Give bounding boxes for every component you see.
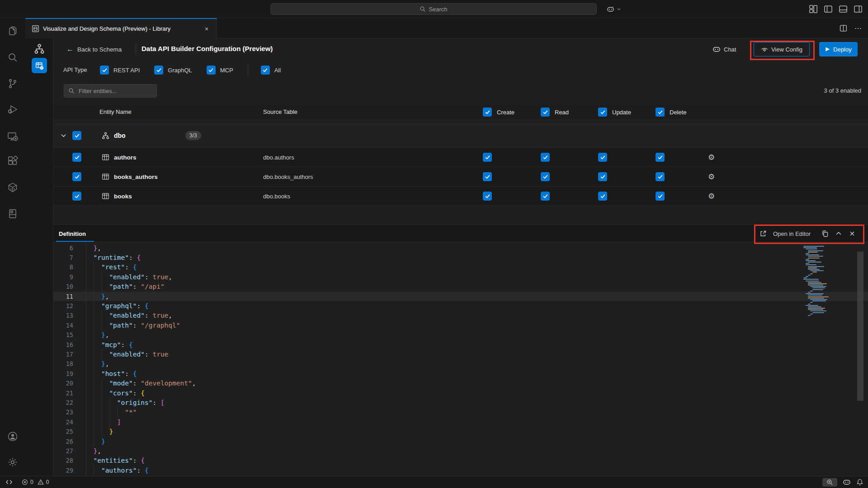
minimap-line [808,250,823,251]
split-editor-icon[interactable] [840,24,847,32]
indent-guide [94,427,94,436]
tab-close-icon[interactable]: × [202,24,211,33]
more-actions-icon[interactable]: ⋯ [854,24,862,33]
header-divider [136,44,136,55]
all-checkbox[interactable] [261,66,270,75]
minimap-line [806,260,816,261]
authors-update-checkbox[interactable] [598,153,607,162]
chat-button[interactable]: Chat [712,43,736,56]
tab-visualize-design-schema[interactable]: Visualize and Design Schema (Preview) - … [25,18,217,38]
indent-guide [102,388,102,398]
code-line: 18}, [53,359,868,369]
read-column-checkbox[interactable] [541,108,550,117]
zoom-in-icon [826,479,833,486]
data-api-builder-webview: ← Back to Schema Data API Builder Config… [25,38,868,476]
toggle-primary-sidebar-icon[interactable] [824,5,833,14]
delete-column-checkbox[interactable] [656,108,665,117]
containers-icon[interactable] [7,182,18,193]
entity-settings-gear-icon[interactable]: ⚙ [708,192,715,200]
api-type-options: REST APIGraphQLMCPAll [100,64,295,76]
code-text: "cors": { [85,388,145,398]
page-title: Data API Builder Configuration (Preview) [142,45,273,52]
schema-view-icon[interactable] [34,43,45,54]
line-number: 29 [53,467,73,474]
api-config-view-button[interactable] [32,58,47,73]
code-line: 8"rest": { [53,263,868,272]
api-option-graphql: GraphQL [154,66,192,75]
settings-gear-icon[interactable] [7,457,18,468]
open-in-editor-button[interactable]: Open in Editor [773,230,811,237]
notifications-bell-icon[interactable] [856,479,863,486]
chevron-down-icon[interactable] [60,132,67,139]
copilot-menu-button[interactable] [603,3,625,15]
source-control-icon[interactable] [7,78,18,89]
books-authors-read-checkbox[interactable] [541,172,550,181]
minimap[interactable] [801,246,855,323]
books-authors-update-checkbox[interactable] [598,172,607,181]
definition-code-editor[interactable]: 6},7"runtime": {8"rest": {9"enabled": tr… [53,242,868,476]
zoom-indicator[interactable] [822,478,837,487]
definition-tab[interactable]: Definition [57,225,88,243]
books-authors-create-checkbox[interactable] [483,172,492,181]
indent-guide [94,330,94,340]
filter-entities-input[interactable] [64,84,157,98]
books-update-checkbox[interactable] [598,192,607,201]
mcp-checkbox[interactable] [207,66,216,75]
authors-checkbox[interactable] [72,153,81,162]
books-checkbox[interactable] [72,192,81,201]
api-config-icon [35,61,44,70]
authors-read-checkbox[interactable] [541,153,550,162]
graphql-checkbox[interactable] [154,66,163,75]
database-icon[interactable] [7,208,18,219]
column-source-table: Source Table [263,108,297,115]
update-column-checkbox[interactable] [598,108,607,117]
collapse-panel-icon[interactable] [835,230,842,237]
group-checkbox[interactable] [72,131,81,140]
books-create-checkbox[interactable] [483,192,492,201]
extensions-icon[interactable] [7,155,18,166]
entity-settings-gear-icon[interactable]: ⚙ [708,173,715,181]
deploy-button[interactable]: Deploy [819,42,858,56]
indent-guide [86,436,86,446]
books-read-checkbox[interactable] [541,192,550,201]
explorer-icon[interactable] [7,26,18,37]
books-delete-checkbox[interactable] [656,192,665,201]
schema-group-row[interactable]: dbo3/3 [53,124,868,147]
copilot-status-icon[interactable] [843,478,851,486]
customize-layout-icon[interactable] [809,5,818,14]
code-line: 6}, [53,243,868,253]
command-center-search[interactable]: Search [270,3,597,15]
filter-entities-field[interactable] [78,87,146,95]
authors-create-checkbox[interactable] [483,153,492,162]
api-type-label: API Type [63,66,87,73]
create-column-checkbox[interactable] [483,108,492,117]
remote-indicator-icon[interactable] [5,479,13,486]
search-view-icon[interactable] [7,52,18,63]
code-line: 19"host": { [53,369,868,378]
back-to-schema-button[interactable]: ← Back to Schema [66,43,122,56]
minimap-line [808,262,821,263]
view-config-button[interactable]: View Config [754,42,810,56]
books-authors-checkbox[interactable] [72,172,81,181]
minimap-line [808,292,811,293]
close-panel-icon[interactable] [849,230,856,237]
account-icon[interactable] [7,431,18,442]
editor-scrollbar[interactable] [857,252,863,401]
indent-guide [86,263,86,272]
indent-guide [86,311,86,320]
entity-settings-gear-icon[interactable]: ⚙ [708,154,715,161]
copy-icon[interactable] [821,230,829,237]
toggle-secondary-sidebar-icon[interactable] [854,5,863,14]
problems-indicator[interactable]: 0 0 [22,479,49,485]
tab-title: Visualize and Design Schema (Preview) - … [43,25,170,32]
remote-explorer-icon[interactable] [7,131,18,142]
line-number: 21 [53,389,73,397]
toggle-panel-icon[interactable] [839,5,848,14]
error-icon [22,479,28,485]
rest-api-checkbox[interactable] [100,66,109,75]
books-authors-delete-checkbox[interactable] [656,172,665,181]
authors-delete-checkbox[interactable] [656,153,665,162]
indent-guide [102,349,102,359]
indent-guide [86,243,86,253]
run-and-debug-icon[interactable] [7,104,18,115]
